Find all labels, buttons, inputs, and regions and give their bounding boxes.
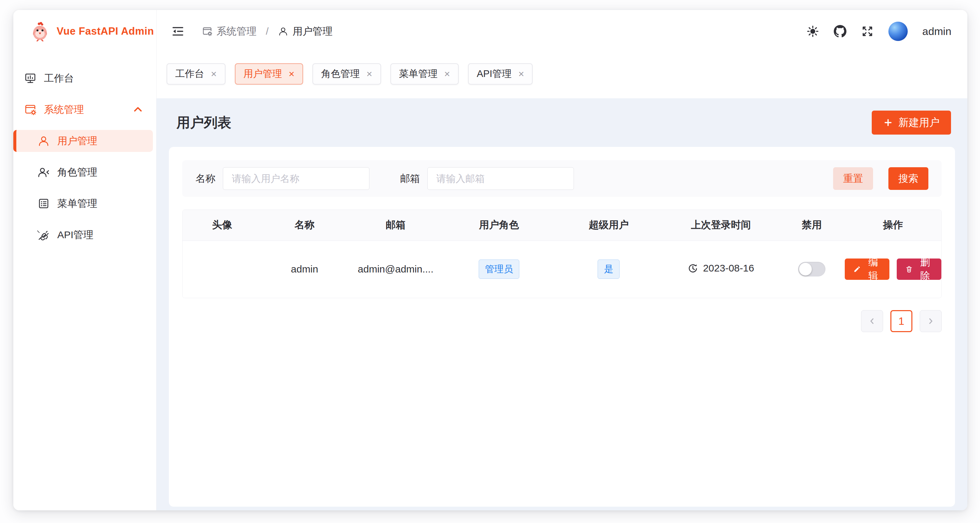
page-title: 用户列表 xyxy=(177,114,231,132)
plus-icon xyxy=(883,118,893,127)
sidebar-item-user-management[interactable]: 用户管理 xyxy=(13,130,153,152)
plug-icon xyxy=(37,229,50,241)
column-header-superuser: 超级用户 xyxy=(554,210,663,240)
column-header-disabled: 禁用 xyxy=(779,210,845,240)
sidebar-item-system-management[interactable]: 系统管理 xyxy=(13,99,153,121)
person-icon xyxy=(278,26,288,37)
sidebar-item-workbench[interactable]: 工作台 xyxy=(13,67,153,89)
tab-close-icon[interactable]: × xyxy=(289,69,295,79)
delete-button-label: 删除 xyxy=(917,256,933,283)
github-icon xyxy=(834,25,846,38)
monitor-chart-icon xyxy=(24,72,37,84)
tab-menu-management[interactable]: 菜单管理 × xyxy=(390,63,459,84)
topbar-actions: admin xyxy=(807,22,951,41)
filter-actions: 重置 搜索 xyxy=(833,167,928,190)
person-switch-icon xyxy=(37,166,50,178)
page-number-button[interactable]: 1 xyxy=(890,310,912,332)
sidebar-item-api-management[interactable]: API管理 xyxy=(13,224,153,246)
tab-bar: 工作台 × 用户管理 × 角色管理 × 菜单管理 × API管理 × xyxy=(157,52,967,98)
window-gear-icon xyxy=(202,26,213,37)
user-list-card: 名称 邮箱 重置 搜索 xyxy=(169,147,955,507)
email-cell: admin@admin.... xyxy=(347,240,444,298)
new-user-button[interactable]: 新建用户 xyxy=(872,111,951,135)
sidebar-item-label: 工作台 xyxy=(44,72,74,85)
avatar-cell xyxy=(183,240,261,298)
last-login-value: 2023-08-16 xyxy=(703,262,754,274)
username[interactable]: admin xyxy=(923,25,951,38)
email-filter-input[interactable] xyxy=(427,167,574,190)
tab-close-icon[interactable]: × xyxy=(444,69,450,79)
tab-close-icon[interactable]: × xyxy=(518,69,524,79)
tab-user-management[interactable]: 用户管理 × xyxy=(235,63,304,84)
prev-page-button[interactable] xyxy=(861,310,883,332)
fullscreen-button[interactable] xyxy=(861,25,874,38)
chevron-up-icon xyxy=(132,103,144,116)
column-header-email: 邮箱 xyxy=(347,210,444,240)
tab-role-management[interactable]: 角色管理 × xyxy=(312,63,381,84)
disabled-toggle[interactable] xyxy=(798,262,826,277)
email-filter-label: 邮箱 xyxy=(400,172,420,186)
name-cell: admin xyxy=(261,240,347,298)
breadcrumb-item-user[interactable]: 用户管理 xyxy=(278,25,332,38)
breadcrumb-separator: / xyxy=(266,25,269,37)
chevron-left-icon xyxy=(867,316,877,326)
edit-button[interactable]: 编辑 xyxy=(845,259,889,280)
github-button[interactable] xyxy=(834,25,846,38)
tab-workbench[interactable]: 工作台 × xyxy=(167,63,226,84)
tab-close-icon[interactable]: × xyxy=(211,69,217,79)
superuser-tag: 是 xyxy=(598,259,620,279)
search-button[interactable]: 搜索 xyxy=(888,167,928,190)
tab-label: 工作台 xyxy=(175,67,204,81)
expand-icon xyxy=(861,25,874,38)
app-title: Vue FastAPI Admin xyxy=(57,25,154,37)
next-page-button[interactable] xyxy=(920,310,942,332)
history-clock-icon xyxy=(687,263,698,273)
column-header-avatar: 头像 xyxy=(183,210,261,240)
table-header-row: 头像 名称 邮箱 用户角色 超级用户 上次登录时间 禁用 操作 xyxy=(183,210,941,240)
toggle-knob xyxy=(799,263,812,275)
tab-api-management[interactable]: API管理 × xyxy=(468,63,533,84)
role-cell: 管理员 xyxy=(444,240,554,298)
table-row: admin admin@admin.... 管理员 是 xyxy=(183,240,941,298)
page-content: 用户列表 新建用户 名称 邮箱 重置 搜索 xyxy=(157,98,967,510)
sidebar-item-label: 菜单管理 xyxy=(57,197,97,211)
last-login-cell: 2023-08-16 xyxy=(663,240,779,298)
tab-label: 菜单管理 xyxy=(399,67,438,81)
reset-button[interactable]: 重置 xyxy=(833,167,873,190)
page-header: 用户列表 新建用户 xyxy=(169,98,955,147)
sidebar-item-label: 用户管理 xyxy=(57,134,97,148)
app-window: Vue FastAPI Admin 工作台 系统管理 xyxy=(13,10,967,510)
sidebar-menu: 工作台 系统管理 用户管理 xyxy=(13,52,156,246)
name-filter-label: 名称 xyxy=(196,172,216,186)
tab-label: 角色管理 xyxy=(321,67,360,81)
menu-fold-icon xyxy=(171,25,185,38)
tab-close-icon[interactable]: × xyxy=(366,69,372,79)
main-area: 系统管理 / 用户管理 xyxy=(157,10,967,510)
topbar: 系统管理 / 用户管理 xyxy=(157,10,967,52)
breadcrumb-item-system[interactable]: 系统管理 xyxy=(202,25,256,38)
disabled-cell xyxy=(779,240,845,298)
column-header-actions: 操作 xyxy=(845,210,941,240)
user-avatar[interactable] xyxy=(888,22,908,41)
breadcrumb-label: 用户管理 xyxy=(293,25,332,38)
theme-toggle-button[interactable] xyxy=(807,25,819,38)
sidebar-item-label: API管理 xyxy=(57,228,93,242)
app-logo[interactable]: Vue FastAPI Admin xyxy=(13,10,156,52)
collapse-sidebar-button[interactable] xyxy=(171,25,185,38)
actions-cell: 编辑 删除 xyxy=(845,240,941,298)
breadcrumb-label: 系统管理 xyxy=(216,25,256,38)
column-header-last-login: 上次登录时间 xyxy=(663,210,779,240)
chevron-right-icon xyxy=(926,316,935,326)
delete-button[interactable]: 删除 xyxy=(897,259,941,280)
user-table: 头像 名称 邮箱 用户角色 超级用户 上次登录时间 禁用 操作 xyxy=(182,210,942,298)
sun-icon xyxy=(807,25,819,38)
sidebar-item-label: 系统管理 xyxy=(44,103,84,117)
superuser-cell: 是 xyxy=(554,240,663,298)
sidebar-item-role-management[interactable]: 角色管理 xyxy=(13,161,153,183)
tab-label: 用户管理 xyxy=(243,67,282,81)
sidebar-item-menu-management[interactable]: 菜单管理 xyxy=(13,192,153,215)
name-filter-input[interactable] xyxy=(223,167,369,190)
edit-button-label: 编辑 xyxy=(865,256,881,283)
person-icon xyxy=(37,135,50,147)
list-box-icon xyxy=(37,197,50,210)
